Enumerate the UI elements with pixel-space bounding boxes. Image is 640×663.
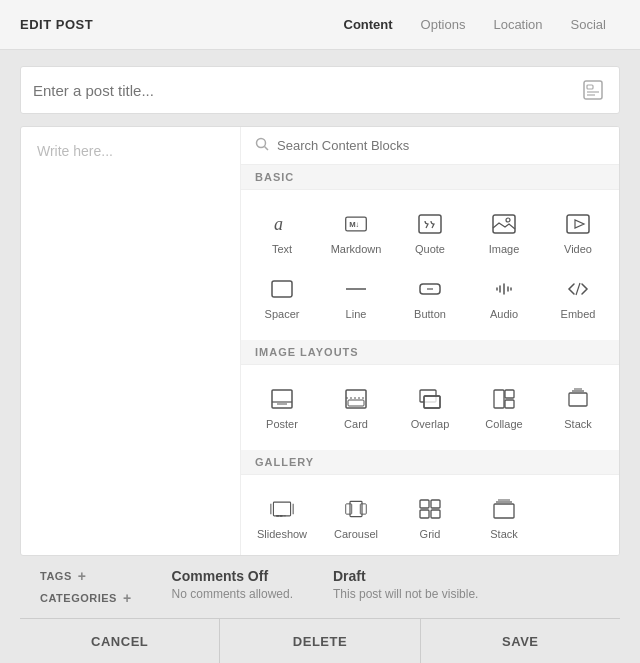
svg-rect-33	[569, 393, 587, 406]
block-embed[interactable]: Embed	[541, 265, 615, 330]
markdown-icon: M↓	[338, 210, 374, 238]
section-image-layouts: IMAGE LAYOUTS	[241, 340, 619, 365]
write-area[interactable]: Write here...	[21, 127, 241, 555]
block-slideshow[interactable]: Slideshow	[245, 485, 319, 550]
svg-rect-11	[419, 215, 441, 233]
block-audio[interactable]: Audio	[467, 265, 541, 330]
svg-text:M↓: M↓	[349, 220, 359, 229]
title-input-wrap	[20, 66, 620, 114]
carousel-icon	[338, 495, 374, 523]
card-icon	[338, 385, 374, 413]
svg-rect-0	[584, 81, 602, 99]
block-stack-image[interactable]: Stack	[541, 375, 615, 440]
search-bar	[241, 127, 619, 165]
svg-point-6	[257, 139, 266, 148]
title-icon	[579, 76, 607, 104]
comments-meta: Comments Off No comments allowed.	[172, 568, 293, 601]
tags-label: TAGS	[40, 570, 72, 582]
cancel-button[interactable]: CANCEL	[20, 619, 220, 663]
categories-row[interactable]: CATEGORIES +	[40, 590, 132, 606]
overlap-icon	[412, 385, 448, 413]
tags-categories: TAGS + CATEGORIES +	[40, 568, 132, 606]
svg-rect-14	[567, 215, 589, 233]
image-icon	[486, 210, 522, 238]
comments-desc: No comments allowed.	[172, 587, 293, 601]
status-desc: This post will not be visible.	[333, 587, 478, 601]
search-input[interactable]	[277, 138, 605, 153]
svg-rect-49	[494, 504, 514, 518]
action-bar: CANCEL DELETE SAVE	[20, 618, 620, 663]
block-text[interactable]: a Text	[245, 200, 319, 265]
gallery-blocks-grid: Slideshow Carousel	[241, 475, 619, 555]
svg-rect-12	[493, 215, 515, 233]
svg-rect-1	[587, 85, 593, 89]
tab-location[interactable]: Location	[479, 11, 556, 38]
block-grid[interactable]: Grid	[393, 485, 467, 550]
slideshow-icon	[264, 495, 300, 523]
svg-line-20	[576, 283, 580, 295]
block-poster[interactable]: Poster	[245, 375, 319, 440]
svg-text:a: a	[274, 214, 283, 234]
spacer-icon	[264, 275, 300, 303]
tags-plus[interactable]: +	[78, 568, 87, 584]
svg-rect-21	[272, 390, 292, 408]
bottom-section: TAGS + CATEGORIES + Comments Off No comm…	[20, 556, 620, 614]
svg-rect-30	[494, 390, 504, 408]
svg-rect-16	[272, 281, 292, 297]
image-layout-blocks-grid: Poster Card	[241, 365, 619, 450]
svg-rect-31	[505, 390, 514, 398]
collage-icon	[486, 385, 522, 413]
blocks-panel: BASIC a Text M↓	[241, 127, 619, 555]
block-button[interactable]: Button	[393, 265, 467, 330]
button-icon	[412, 275, 448, 303]
svg-rect-46	[431, 500, 440, 508]
page-title: EDIT POST	[20, 17, 330, 32]
svg-marker-15	[575, 220, 584, 228]
editor-container: Write here... BASIC a	[20, 126, 620, 556]
categories-plus[interactable]: +	[123, 590, 132, 606]
block-collage[interactable]: Collage	[467, 375, 541, 440]
nav-tabs: Content Options Location Social	[330, 11, 621, 38]
svg-line-7	[265, 147, 269, 151]
tab-social[interactable]: Social	[557, 11, 620, 38]
status-title: Draft	[333, 568, 478, 584]
block-carousel[interactable]: Carousel	[319, 485, 393, 550]
svg-rect-28	[424, 396, 440, 408]
title-input[interactable]	[33, 82, 579, 99]
block-markdown[interactable]: M↓ Markdown	[319, 200, 393, 265]
main-area: Write here... BASIC a	[0, 50, 640, 663]
tags-row[interactable]: TAGS +	[40, 568, 132, 584]
grid-icon	[412, 495, 448, 523]
categories-label: CATEGORIES	[40, 592, 117, 604]
line-icon	[338, 275, 374, 303]
block-stack-gallery[interactable]: Stack	[467, 485, 541, 550]
embed-icon	[560, 275, 596, 303]
tab-options[interactable]: Options	[407, 11, 480, 38]
svg-rect-44	[360, 504, 366, 514]
search-icon	[255, 137, 269, 154]
block-card[interactable]: Card	[319, 375, 393, 440]
block-image[interactable]: Image	[467, 200, 541, 265]
block-overlap[interactable]: Overlap	[393, 375, 467, 440]
delete-button[interactable]: DELETE	[220, 619, 420, 663]
text-icon: a	[264, 210, 300, 238]
tab-content[interactable]: Content	[330, 11, 407, 38]
block-spacer[interactable]: Spacer	[245, 265, 319, 330]
quote-icon	[412, 210, 448, 238]
poster-icon	[264, 385, 300, 413]
comments-title: Comments Off	[172, 568, 293, 584]
svg-rect-26	[348, 400, 364, 406]
svg-rect-32	[505, 400, 514, 408]
basic-blocks-grid: a Text M↓ Markdown	[241, 190, 619, 340]
stack-gallery-icon	[486, 495, 522, 523]
block-video[interactable]: Video	[541, 200, 615, 265]
svg-rect-36	[273, 502, 290, 516]
block-line[interactable]: Line	[319, 265, 393, 330]
block-quote[interactable]: Quote	[393, 200, 467, 265]
write-placeholder: Write here...	[37, 143, 113, 159]
svg-rect-45	[420, 500, 429, 508]
status-meta: Draft This post will not be visible.	[333, 568, 478, 601]
svg-point-13	[506, 218, 510, 222]
svg-rect-47	[420, 510, 429, 518]
save-button[interactable]: SAVE	[421, 619, 620, 663]
